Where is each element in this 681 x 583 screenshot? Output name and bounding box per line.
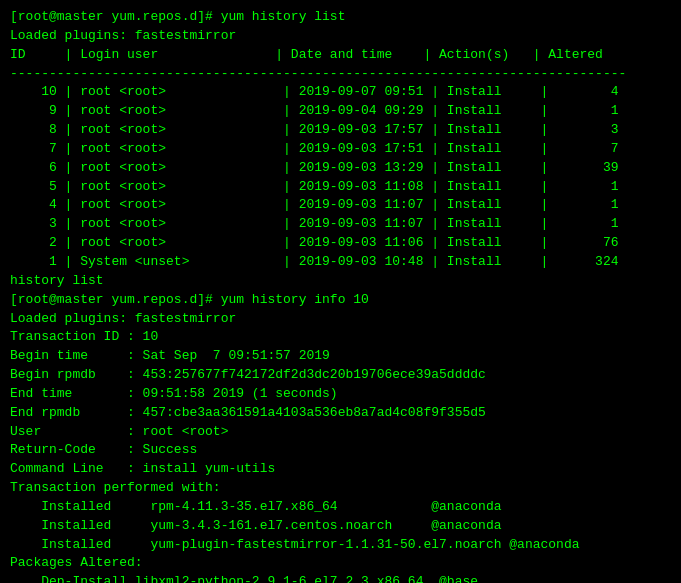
terminal-line: 10 | root <root> | 2019-09-07 09:51 | In… (10, 83, 671, 102)
terminal-line: [root@master yum.repos.d]# yum history i… (10, 291, 671, 310)
terminal-line: User : root <root> (10, 423, 671, 442)
terminal-line: 1 | System <unset> | 2019-09-03 10:48 | … (10, 253, 671, 272)
terminal-line: Loaded plugins: fastestmirror (10, 310, 671, 329)
terminal-line: End rpmdb : 457:cbe3aa361591a4103a536eb8… (10, 404, 671, 423)
terminal-line: Packages Altered: (10, 554, 671, 573)
terminal-line: 4 | root <root> | 2019-09-03 11:07 | Ins… (10, 196, 671, 215)
terminal-line: 2 | root <root> | 2019-09-03 11:06 | Ins… (10, 234, 671, 253)
terminal-line: ----------------------------------------… (10, 65, 671, 84)
terminal-line: Loaded plugins: fastestmirror (10, 27, 671, 46)
terminal-line: End time : 09:51:58 2019 (1 seconds) (10, 385, 671, 404)
terminal-line: 6 | root <root> | 2019-09-03 13:29 | Ins… (10, 159, 671, 178)
terminal-line: Installed rpm-4.11.3-35.el7.x86_64 @anac… (10, 498, 671, 517)
terminal-line: Dep-Install libxml2-python-2.9.1-6.el7_2… (10, 573, 671, 583)
terminal-line: 3 | root <root> | 2019-09-03 11:07 | Ins… (10, 215, 671, 234)
terminal-line: Return-Code : Success (10, 441, 671, 460)
terminal-line: [root@master yum.repos.d]# yum history l… (10, 8, 671, 27)
terminal-line: Installed yum-plugin-fastestmirror-1.1.3… (10, 536, 671, 555)
terminal-line: history list (10, 272, 671, 291)
terminal-line: 8 | root <root> | 2019-09-03 17:57 | Ins… (10, 121, 671, 140)
terminal-line: Installed yum-3.4.3-161.el7.centos.noarc… (10, 517, 671, 536)
terminal-line: Begin rpmdb : 453:257677f742172df2d3dc20… (10, 366, 671, 385)
terminal-line: ID | Login user | Date and time | Action… (10, 46, 671, 65)
terminal-line: Begin time : Sat Sep 7 09:51:57 2019 (10, 347, 671, 366)
terminal-line: Transaction performed with: (10, 479, 671, 498)
terminal-line: Transaction ID : 10 (10, 328, 671, 347)
terminal-window: [root@master yum.repos.d]# yum history l… (10, 8, 671, 583)
terminal-line: 9 | root <root> | 2019-09-04 09:29 | Ins… (10, 102, 671, 121)
terminal-line: 7 | root <root> | 2019-09-03 17:51 | Ins… (10, 140, 671, 159)
terminal-line: Command Line : install yum-utils (10, 460, 671, 479)
terminal-line: 5 | root <root> | 2019-09-03 11:08 | Ins… (10, 178, 671, 197)
